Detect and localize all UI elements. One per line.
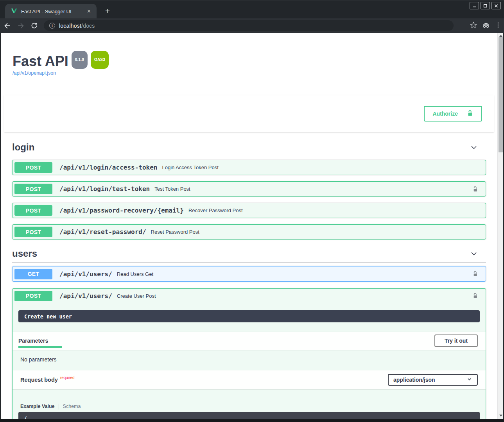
op-path: /api/v1/login/access-token [59, 164, 157, 171]
menu-dots-icon[interactable] [495, 21, 502, 30]
content-type-select[interactable]: application/json [388, 374, 478, 386]
method-badge: POST [14, 184, 52, 194]
authorize-button[interactable]: Authorize [424, 106, 482, 122]
window-frame-bottom [0, 419, 504, 422]
chevron-down-icon[interactable] [470, 249, 478, 258]
site-info-icon[interactable]: i [49, 23, 55, 29]
toolbar-right [470, 18, 502, 33]
method-badge: POST [14, 162, 52, 173]
model-example-tabs: Example Value Schema [20, 403, 486, 409]
content-type-value: application/json [393, 377, 435, 383]
browser-tab[interactable]: Fast API - Swagger UI × [5, 4, 97, 19]
operations-wrapper: login POST /api/v1/login/access-token Lo… [1, 139, 497, 419]
openapi-spec-link[interactable]: /api/v1/openapi.json [13, 70, 56, 76]
op-summary: Reset Password Post [151, 229, 199, 235]
opblock-login-test-token[interactable]: POST /api/v1/login/test-token Test Token… [12, 181, 486, 197]
opblock-password-recovery[interactable]: POST /api/v1/password-recovery/{email} R… [12, 203, 486, 218]
parameters-tab: Parameters [18, 334, 62, 348]
op-summary: Login Access Token Post [162, 165, 218, 170]
section-title: users [12, 248, 37, 259]
unlock-icon [466, 109, 474, 118]
op-summary: Read Users Get [117, 271, 153, 277]
op-description-text: Create new user [24, 313, 72, 320]
chevron-down-icon[interactable] [470, 143, 478, 152]
op-summary: Create User Post [117, 293, 156, 299]
op-path: /api/v1/password-recovery/{email} [59, 207, 184, 214]
code-line: { [24, 416, 27, 419]
opblock-summary-create-user[interactable]: POST /api/v1/users/ Create User Post [13, 289, 486, 303]
browser-toolbar: i localhost/docs [0, 18, 504, 33]
tab-divider [59, 404, 59, 409]
api-info: Fast API0.1.0OAS3 /api/v1/openapi.json [1, 33, 497, 76]
request-body-header: Request bodyrequired application/json [13, 370, 486, 389]
window-frame-left [0, 33, 1, 419]
maximize-button[interactable] [481, 2, 490, 9]
close-button[interactable] [491, 2, 501, 9]
bookmark-star-icon[interactable] [470, 21, 477, 30]
forward-icon[interactable] [15, 20, 27, 32]
example-value-tab[interactable]: Example Value [20, 404, 55, 409]
opblock-login-access-token[interactable]: POST /api/v1/login/access-token Login Ac… [12, 160, 486, 175]
url-text: localhost/docs [59, 23, 95, 29]
method-badge: POST [14, 227, 52, 237]
op-summary: Test Token Post [154, 186, 190, 192]
try-it-out-button[interactable]: Try it out [434, 334, 478, 347]
minimize-button[interactable] [470, 2, 479, 9]
tab-close-icon[interactable]: × [85, 7, 93, 15]
opblock-create-user-expanded: POST /api/v1/users/ Create User Post Cre… [12, 288, 486, 419]
example-code-block: { [18, 412, 480, 419]
swagger-ui: Fast API0.1.0OAS3 /api/v1/openapi.json A… [1, 33, 497, 419]
version-badge: 0.1.0 [72, 51, 88, 69]
favicon-swagger-icon [11, 7, 18, 16]
op-path: /api/v1/reset-password/ [59, 228, 146, 236]
address-bar[interactable]: i localhost/docs [44, 20, 454, 31]
opblock-read-users[interactable]: GET /api/v1/users/ Read Users Get [12, 266, 486, 282]
section-header-login[interactable]: login [12, 139, 486, 156]
op-description-bar: Create new user [18, 310, 480, 322]
back-icon[interactable] [2, 20, 13, 32]
op-path: /api/v1/login/test-token [59, 185, 150, 193]
authorize-label: Authorize [432, 111, 458, 117]
incognito-icon [481, 20, 491, 31]
scrollbar[interactable] [497, 33, 503, 419]
new-tab-button[interactable]: + [102, 7, 113, 15]
select-chevron-down-icon [466, 376, 472, 383]
url-host: localhost [59, 23, 81, 29]
no-parameters-text: No parameters [13, 350, 486, 370]
parameters-header: Parameters Try it out [13, 332, 486, 350]
opblock-reset-password[interactable]: POST /api/v1/reset-password/ Reset Passw… [12, 224, 486, 240]
op-path: /api/v1/users/ [59, 292, 112, 300]
url-path: /docs [81, 23, 95, 29]
section-title: login [12, 142, 34, 153]
request-body-label: Request bodyrequired [20, 377, 75, 383]
schema-tab[interactable]: Schema [63, 404, 81, 409]
tab-strip: Fast API - Swagger UI × + [0, 0, 504, 18]
auth-lock-icon[interactable] [472, 292, 479, 299]
window-controls [470, 2, 501, 9]
scrollbar-down-arrow[interactable] [498, 413, 503, 418]
op-path: /api/v1/users/ [59, 270, 112, 278]
scrollbar-thumb[interactable] [499, 37, 503, 152]
tab-title: Fast API - Swagger UI [21, 9, 85, 14]
oas3-badge: OAS3 [91, 51, 109, 69]
page-title: Fast API0.1.0OAS3 [13, 51, 486, 69]
browser-window: Fast API - Swagger UI × + [0, 0, 504, 422]
scheme-container: Authorize [4, 95, 494, 132]
method-badge: GET [14, 269, 52, 279]
auth-lock-icon[interactable] [472, 270, 479, 277]
method-badge: POST [14, 205, 52, 216]
required-flag: required [60, 376, 75, 380]
page-viewport: Fast API0.1.0OAS3 /api/v1/openapi.json A… [1, 33, 503, 419]
section-header-users[interactable]: users [12, 246, 486, 263]
method-badge: POST [14, 291, 52, 301]
op-summary: Recover Password Post [188, 207, 243, 213]
reload-icon[interactable] [28, 20, 40, 32]
auth-lock-icon[interactable] [472, 186, 479, 193]
